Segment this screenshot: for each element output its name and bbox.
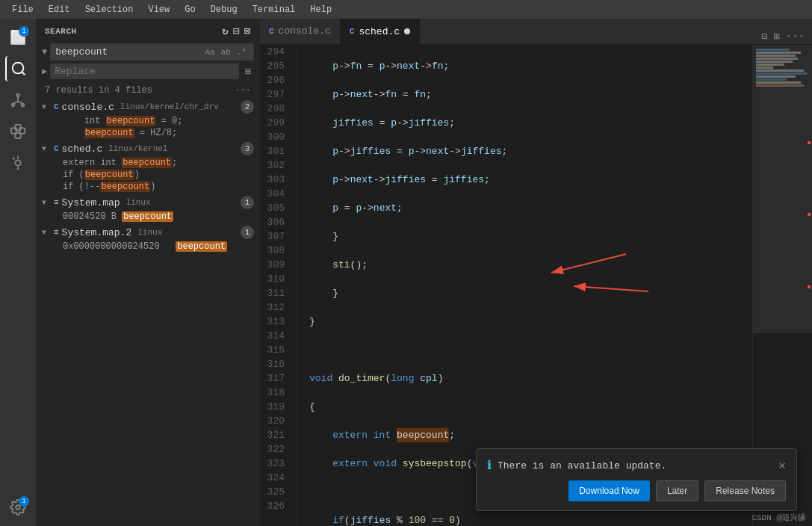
- svg-line-6: [13, 102, 18, 104]
- minimap-error-1: [808, 141, 811, 144]
- activity-extensions[interactable]: [5, 119, 31, 144]
- title-bar: File Edit Selection View Go Debug Termin…: [0, 0, 812, 19]
- file-header-console[interactable]: ▼ C console.c linux/kernel/chr_drv 2: [36, 99, 260, 115]
- explorer-badge: 1: [19, 26, 29, 37]
- watermark: CSDN @随兴缘: [751, 512, 806, 523]
- later-button[interactable]: Later: [656, 480, 698, 501]
- more-options-btn[interactable]: ···: [235, 85, 251, 96]
- match-systemmap2-1[interactable]: 0x0000000000024520 beepcount: [36, 241, 260, 253]
- code-line-304: [309, 343, 740, 357]
- editor-area: C console.c C sched.c ⊟ ⊞ ··· 2942952962…: [260, 19, 812, 526]
- collapse-arrow-systemmap2: ▼: [42, 229, 51, 237]
- match-count-sched: 3: [241, 142, 254, 155]
- code-line-307: extern int beepcount;: [309, 428, 740, 442]
- collapse-arrow-systemmap: ▼: [42, 199, 51, 207]
- activity-scm[interactable]: [5, 87, 31, 113]
- tab-actions: ⊟ ⊞ ···: [760, 28, 812, 44]
- update-header: ℹ There is an available update. ✕: [487, 458, 786, 473]
- match-systemmap-1[interactable]: 00024520 B beepcount: [36, 211, 260, 223]
- match-case-btn[interactable]: Aa: [202, 47, 217, 58]
- main-layout: ⬜ 1: [0, 19, 812, 526]
- file-header-sched[interactable]: ▼ C sched.c linux/kernel 3: [36, 140, 260, 157]
- c-file-icon-sched: C: [54, 144, 59, 153]
- toggle-layout-btn[interactable]: ⊞: [772, 28, 781, 44]
- menu-selection[interactable]: Selection: [79, 3, 140, 16]
- refresh-icon[interactable]: ↻: [222, 25, 229, 37]
- expand-replace-icon[interactable]: ▶: [42, 66, 47, 77]
- replace-input[interactable]: [55, 66, 234, 77]
- file-header-systemmap2[interactable]: ▼ ≡ System.map.2 linux 1: [36, 224, 260, 241]
- code-line-301: sti();: [309, 258, 740, 272]
- svg-line-15: [13, 158, 15, 160]
- whole-word-btn[interactable]: ab: [219, 47, 233, 58]
- code-line-294: p->fn = p->next->fn;: [309, 59, 740, 73]
- match-count-systemmap: 1: [241, 196, 254, 209]
- menu-debug[interactable]: Debug: [205, 3, 244, 16]
- update-buttons: Download Now Later Release Notes: [487, 480, 786, 501]
- activity-explorer[interactable]: ⬜ 1: [5, 25, 31, 50]
- svg-point-16: [16, 505, 20, 510]
- svg-point-2: [16, 94, 19, 97]
- tab-sched[interactable]: C sched.c: [341, 19, 420, 44]
- activity-settings[interactable]: 1: [5, 495, 31, 520]
- svg-line-1: [22, 72, 25, 75]
- activity-bar: ⬜ 1: [0, 19, 36, 526]
- sidebar-title: SEARCH: [45, 27, 77, 36]
- search-icon: [10, 61, 27, 77]
- replace-all-btn[interactable]: ⊞: [242, 64, 254, 79]
- menu-edit[interactable]: Edit: [43, 3, 76, 16]
- filename-systemmap2: System.map.2: [62, 227, 132, 238]
- menu-go[interactable]: Go: [179, 3, 201, 16]
- tab-console[interactable]: C console.c: [260, 19, 341, 44]
- more-tabs-btn[interactable]: ···: [784, 28, 806, 44]
- svg-point-12: [15, 160, 20, 165]
- tab-icon-sched: C: [350, 27, 355, 36]
- file-group-systemmap2: ▼ ≡ System.map.2 linux 1 0x0000000000024…: [36, 224, 260, 253]
- match-sched-1[interactable]: extern int beepcount;: [36, 157, 260, 169]
- search-input-wrap: Aa ab .*: [50, 43, 254, 61]
- file-header-systemmap[interactable]: ▼ ≡ System.map linux 1: [36, 194, 260, 211]
- source-control-icon: [10, 92, 26, 108]
- match-console-1[interactable]: int beepcount = 0;: [36, 115, 260, 127]
- tab-label-console: console.c: [279, 25, 331, 37]
- menu-file[interactable]: File: [6, 3, 40, 16]
- info-icon: ℹ: [487, 458, 492, 473]
- clear-results-icon[interactable]: ⊠: [244, 25, 251, 37]
- activity-debug[interactable]: [5, 150, 31, 176]
- filename-console: console.c: [62, 102, 114, 113]
- collapse-arrow-console: ▼: [42, 103, 51, 111]
- release-notes-button[interactable]: Release Notes: [704, 480, 786, 501]
- collapse-arrow-sched: ▼: [42, 145, 51, 153]
- search-input[interactable]: [55, 46, 202, 58]
- menu-help[interactable]: Help: [304, 3, 338, 16]
- match-count-systemmap2: 1: [241, 226, 254, 239]
- replace-row: ▶ ⊞: [42, 64, 254, 79]
- menu-terminal[interactable]: Terminal: [247, 3, 302, 16]
- menu-view[interactable]: View: [142, 3, 176, 16]
- split-editor-btn[interactable]: ⊟: [760, 28, 769, 44]
- tab-label-sched: sched.c: [359, 26, 400, 37]
- filepath-systemmap2: linux: [137, 228, 162, 237]
- collapse-all-icon[interactable]: ⊟: [233, 25, 240, 37]
- file-group-sched: ▼ C sched.c linux/kernel 3 extern int be…: [36, 140, 260, 193]
- match-sched-2[interactable]: if (beepcount): [36, 169, 260, 181]
- close-notification-btn[interactable]: ✕: [778, 458, 786, 473]
- debug-icon: [10, 155, 26, 171]
- extensions-icon: [10, 123, 26, 140]
- update-notification: ℹ There is an available update. ✕ Downlo…: [476, 448, 797, 511]
- tab-icon-console: C: [269, 27, 274, 36]
- search-container: ▼ Aa ab .* ▶ ⊞: [36, 40, 260, 82]
- code-line-299: p = p->next;: [309, 201, 740, 215]
- minimap-error-3: [808, 285, 811, 288]
- code-line-310: if(jiffies % 100 == 0): [309, 513, 740, 526]
- match-console-2[interactable]: beepcount = HZ/8;: [36, 127, 260, 139]
- activity-search[interactable]: [5, 56, 31, 81]
- sidebar-header-icons: ↻ ⊟ ⊠: [222, 25, 251, 37]
- regex-btn[interactable]: .*: [235, 47, 249, 58]
- results-count: 7 results in 4 files: [45, 85, 152, 96]
- svg-line-7: [18, 102, 22, 104]
- match-sched-3[interactable]: if (!--beepcount): [36, 181, 260, 193]
- collapse-search-icon[interactable]: ▼: [42, 47, 47, 58]
- menu-bar: File Edit Selection View Go Debug Termin…: [6, 3, 338, 16]
- download-now-button[interactable]: Download Now: [568, 480, 650, 501]
